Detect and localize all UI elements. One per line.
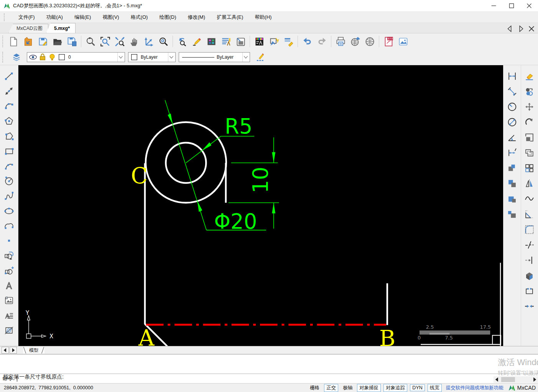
tab-scroll-left-icon[interactable]	[506, 25, 514, 33]
copy-base-button[interactable]	[505, 176, 519, 190]
block-define-button[interactable]	[2, 249, 16, 262]
spline-button[interactable]	[2, 189, 16, 203]
mtext-button[interactable]	[2, 308, 16, 322]
point-label-c[interactable]: C	[131, 163, 148, 189]
status-toggle[interactable]: 正交	[324, 384, 338, 392]
sheet-prev-button[interactable]	[2, 347, 9, 354]
paste-block-button[interactable]	[505, 207, 519, 221]
rotate-button[interactable]	[523, 115, 536, 129]
linetype-select[interactable]: ByLayer	[179, 52, 250, 62]
revision-cloud-button[interactable]	[2, 219, 16, 232]
dim-linear-button[interactable]	[505, 69, 519, 83]
save-as-button[interactable]	[64, 34, 79, 49]
dim-continue-button[interactable]	[505, 146, 519, 160]
tab-close-icon[interactable]	[527, 25, 536, 33]
open-button[interactable]	[21, 34, 35, 49]
mirror-button[interactable]	[523, 176, 536, 190]
zoom-window-button[interactable]	[98, 34, 112, 49]
status-toggle[interactable]: 对象捕捉	[357, 384, 381, 392]
status-toggle[interactable]: 线宽	[428, 384, 442, 392]
publish-web-button[interactable]	[348, 34, 362, 49]
ray-button[interactable]	[2, 84, 16, 98]
array-button[interactable]	[523, 161, 536, 175]
scroll-left-icon[interactable]	[494, 376, 500, 383]
offset-button[interactable]	[523, 146, 536, 160]
drawing-svg[interactable]: R5 Φ20 10 C A B 2.5 17.5	[18, 65, 503, 346]
box-3d-button[interactable]	[523, 268, 536, 282]
quick-select-button[interactable]	[267, 34, 281, 49]
ellipse-button[interactable]	[2, 204, 16, 217]
export-image-button[interactable]	[396, 34, 410, 49]
menu-item[interactable]: 视图(V)	[102, 13, 120, 22]
hatch-button[interactable]	[2, 323, 16, 337]
drawing-canvas[interactable]: R5 Φ20 10 C A B 2.5 17.5	[18, 65, 503, 346]
scrollbar-thumb[interactable]	[501, 377, 515, 382]
view-previous-button[interactable]	[175, 34, 189, 49]
match-properties-button[interactable]	[281, 34, 296, 49]
copy-clip-button[interactable]	[505, 161, 519, 175]
break-button[interactable]	[523, 238, 536, 252]
status-toggle[interactable]: 栅格	[308, 384, 321, 392]
dim-diameter-label[interactable]: Φ20	[214, 209, 257, 234]
command-input[interactable]: 命令:	[0, 374, 538, 383]
document-tab[interactable]: MxCAD云图	[8, 24, 48, 33]
dim-vertical-label[interactable]: 10	[248, 166, 273, 193]
color-bar-button[interactable]	[252, 34, 267, 49]
save-button[interactable]	[35, 34, 50, 49]
export-pdf-button[interactable]	[381, 34, 396, 49]
draw-pencil-button[interactable]	[189, 34, 204, 49]
feedback-link[interactable]: 提交软件问题或增加新功能	[446, 385, 503, 391]
arc-button[interactable]	[2, 99, 16, 113]
chamfer-button[interactable]	[523, 207, 536, 221]
zoom-in-out-button[interactable]	[83, 34, 98, 49]
dim-radius-button[interactable]	[505, 100, 519, 114]
break-at-point-button[interactable]	[523, 284, 536, 298]
status-toggle[interactable]: 极轴	[341, 384, 354, 392]
open-folder-button[interactable]	[50, 34, 64, 49]
wipeout-button[interactable]	[233, 34, 248, 49]
join-button[interactable]	[523, 299, 536, 313]
dim-diameter-button[interactable]	[505, 115, 519, 129]
menu-item[interactable]: 修改(M)	[187, 13, 206, 22]
polygon-button[interactable]	[2, 114, 16, 128]
menu-item[interactable]: 绘图(D)	[158, 13, 177, 22]
menu-item[interactable]: 格式(O)	[130, 13, 149, 22]
status-toggle[interactable]: DYN	[410, 384, 424, 391]
new-button[interactable]	[6, 34, 21, 49]
copy-button[interactable]	[523, 84, 536, 98]
minimize-button[interactable]	[485, 0, 503, 12]
arc-3pt-button[interactable]	[2, 159, 16, 173]
fillet-button[interactable]	[523, 222, 536, 236]
paste-clip-button[interactable]	[505, 192, 519, 206]
menu-item[interactable]: 文件(F)	[18, 13, 36, 22]
layer-select[interactable]: 0	[27, 52, 125, 62]
text-style-button[interactable]	[219, 34, 233, 49]
undo-button[interactable]	[300, 34, 314, 49]
insert-block-button[interactable]	[2, 264, 16, 277]
menu-item[interactable]: 编辑(E)	[74, 13, 92, 22]
tab-scroll-right-icon[interactable]	[517, 25, 525, 33]
point-button[interactable]	[2, 234, 16, 247]
point-label-b[interactable]: B	[379, 326, 395, 346]
status-toggle[interactable]: 对象追踪	[383, 384, 407, 392]
dim-radius-label[interactable]: R5	[225, 114, 253, 138]
extend-button[interactable]	[523, 253, 536, 267]
color-palette-button[interactable]	[204, 34, 219, 49]
maximize-button[interactable]	[503, 0, 520, 12]
dim-aligned-button[interactable]	[505, 84, 519, 98]
color-select[interactable]: ByLayer	[128, 52, 176, 62]
pan-button[interactable]	[127, 34, 141, 49]
menu-item[interactable]: 功能(A)	[46, 13, 64, 22]
sheet-next-button[interactable]	[10, 347, 17, 354]
image-button[interactable]	[2, 293, 16, 307]
scale-button[interactable]	[523, 130, 536, 144]
close-button[interactable]	[520, 0, 538, 12]
edit-spline-button[interactable]	[523, 192, 536, 206]
document-tab[interactable]: 5.mxg*	[46, 23, 76, 33]
layer-manager-button[interactable]	[9, 50, 24, 64]
print-button[interactable]	[333, 34, 348, 49]
circle-button[interactable]	[2, 174, 16, 188]
scroll-right-icon[interactable]	[531, 376, 538, 383]
move-button[interactable]	[523, 100, 536, 114]
line-button[interactable]	[2, 69, 16, 83]
